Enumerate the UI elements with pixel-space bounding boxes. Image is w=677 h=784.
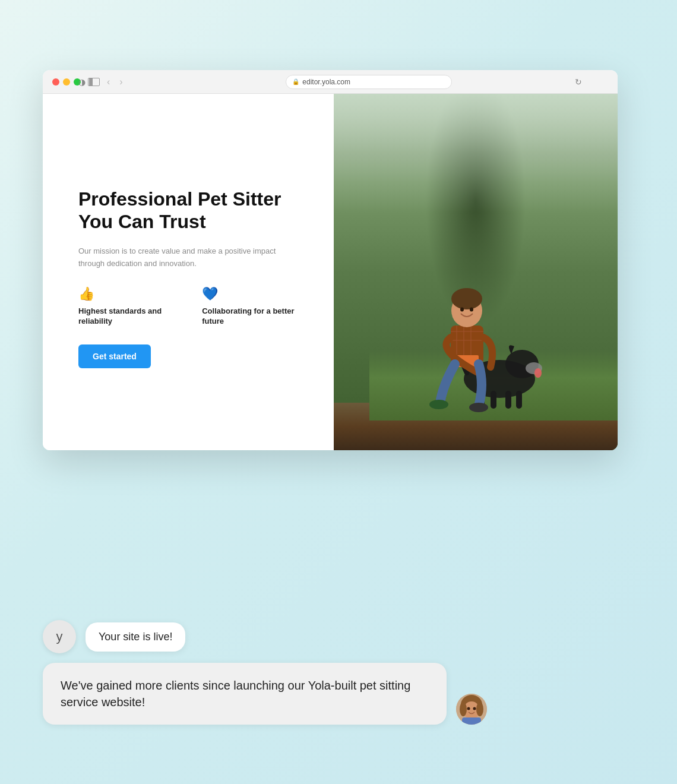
minimize-button[interactable] [63, 78, 70, 86]
browser-controls [88, 78, 100, 86]
svg-point-18 [470, 308, 473, 312]
get-started-button[interactable]: Get started [78, 344, 151, 368]
person-dog-illustration [387, 213, 565, 426]
user-chat-bubble: We've gained more clients since launchin… [43, 663, 447, 725]
user-avatar-image [456, 694, 487, 725]
fog-overlay [334, 94, 618, 213]
features-row: 👍 Highest standards and reliability 💙 Co… [78, 286, 304, 327]
security-icon: ◑ [78, 77, 86, 87]
hero-title: Professional Pet Sitter You Can Trust [78, 188, 304, 233]
svg-point-20 [469, 403, 488, 412]
url-text: editor.yola.com [302, 78, 350, 86]
svg-point-16 [451, 288, 482, 309]
forward-button[interactable]: › [119, 77, 122, 87]
close-button[interactable] [52, 78, 59, 86]
browser-content: Professional Pet Sitter You Can Trust Ou… [43, 94, 618, 450]
hero-description: Our mission is to create value and make … [78, 245, 304, 270]
feature-label-standards: Highest standards and reliability [78, 306, 183, 327]
heart-icon: 💙 [202, 286, 304, 302]
svg-point-7 [534, 368, 542, 378]
chat-row-user: We've gained more clients since launchin… [43, 663, 634, 725]
svg-rect-5 [505, 391, 511, 409]
svg-point-17 [460, 308, 464, 312]
yola-avatar-letter: y [56, 629, 63, 644]
user-avatar [456, 694, 487, 725]
svg-point-26 [467, 707, 470, 710]
feature-label-collaborating: Collaborating for a better future [202, 306, 304, 327]
traffic-lights [52, 78, 81, 86]
sidebar-toggle-icon[interactable] [88, 78, 100, 86]
svg-rect-6 [516, 391, 522, 409]
reload-button[interactable]: ↻ [575, 77, 582, 87]
system-bubble-text: Your site is live! [99, 631, 172, 643]
svg-point-27 [473, 707, 476, 710]
chat-row-system: y Your site is live! [43, 620, 634, 653]
svg-rect-28 [462, 717, 481, 725]
address-bar[interactable]: 🔒 editor.yola.com [286, 75, 452, 89]
svg-point-24 [460, 702, 467, 716]
system-chat-bubble: Your site is live! [86, 622, 185, 652]
browser-chrome: ‹ › ◑ 🔒 editor.yola.com ↻ [43, 70, 618, 94]
svg-point-19 [429, 400, 448, 409]
browser-window: ‹ › ◑ 🔒 editor.yola.com ↻ Professional P… [43, 70, 618, 450]
thumbsup-icon: 👍 [78, 286, 183, 302]
address-bar-container: 🔒 editor.yola.com [130, 75, 608, 89]
feature-item-collaborating: 💙 Collaborating for a better future [202, 286, 304, 327]
user-bubble-text: We've gained more clients since launchin… [61, 679, 410, 709]
svg-rect-4 [491, 391, 496, 409]
hero-image-panel [334, 94, 618, 450]
svg-point-25 [476, 702, 483, 716]
feature-item-standards: 👍 Highest standards and reliability [78, 286, 183, 327]
lock-icon: 🔒 [292, 78, 299, 85]
chat-section: y Your site is live! We've gained more c… [43, 620, 634, 725]
back-button[interactable]: ‹ [107, 77, 110, 87]
yola-avatar: y [43, 620, 76, 653]
left-panel: Professional Pet Sitter You Can Trust Ou… [43, 94, 334, 450]
